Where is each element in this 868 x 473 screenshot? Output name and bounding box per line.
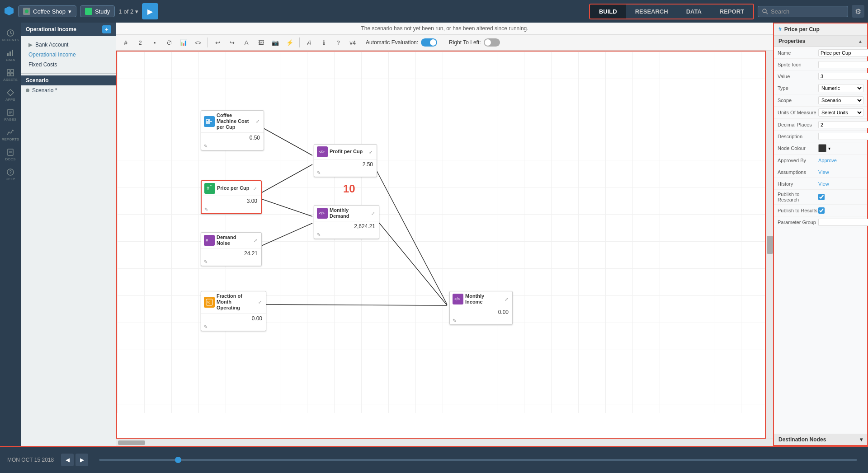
node-profit-expand[interactable]: ⤢ bbox=[368, 149, 374, 155]
toolbar-redo[interactable]: ↪ bbox=[226, 37, 238, 48]
canvas-container: Coffee Machine Cost per Cup ⤢ 0.50 ✎ bbox=[116, 51, 773, 446]
tree-item-fixed-costs-label: Fixed Costs bbox=[28, 61, 57, 68]
node-price-expand[interactable]: ⤢ bbox=[252, 185, 258, 192]
auto-eval-toggle[interactable] bbox=[421, 38, 437, 47]
prop-checkbox-publish-results[interactable] bbox=[818, 207, 825, 214]
timeline-slider[interactable] bbox=[99, 459, 857, 461]
toolbar-print[interactable]: 🖨 bbox=[303, 37, 315, 48]
page-dropdown-icon[interactable]: ▾ bbox=[135, 8, 138, 15]
toolbar-version[interactable]: v4 bbox=[347, 37, 359, 48]
prop-label-color: Node Colour bbox=[778, 145, 818, 151]
sidebar-item-reports[interactable]: REPORTS bbox=[1, 126, 19, 144]
sidebar-item-assets[interactable]: ASSETS bbox=[1, 66, 19, 84]
toolbar-undo[interactable]: ↩ bbox=[212, 37, 223, 48]
sidebar-item-pages[interactable]: PAGES bbox=[1, 106, 19, 124]
timeline-knob[interactable] bbox=[175, 457, 181, 463]
properties-chevron[interactable]: ▲ bbox=[858, 39, 863, 44]
project-name: Coffee Shop bbox=[33, 8, 66, 15]
tree-item-bank-account[interactable]: ▶ Bank Account bbox=[25, 40, 112, 50]
edit-icon-profit[interactable]: ✎ bbox=[317, 170, 322, 176]
prop-input-sprite[interactable] bbox=[818, 61, 868, 68]
toolbar-code[interactable]: <> bbox=[192, 37, 204, 48]
toolbar-camera[interactable]: 📷 bbox=[269, 37, 281, 48]
color-dropdown-icon[interactable]: ▾ bbox=[828, 146, 830, 151]
prop-input-name[interactable] bbox=[818, 49, 868, 56]
toolbar-info[interactable]: ℹ bbox=[318, 37, 330, 48]
play-button[interactable]: ▶ bbox=[142, 3, 158, 19]
canvas-wrapper[interactable]: Coffee Machine Cost per Cup ⤢ 0.50 ✎ bbox=[116, 51, 766, 439]
node-monthly-demand-expand[interactable]: ⤢ bbox=[370, 210, 376, 216]
toolbar-hash[interactable]: # bbox=[120, 37, 132, 48]
toolbar-rect[interactable]: ▪ bbox=[149, 37, 160, 48]
prop-input-decimal[interactable] bbox=[818, 121, 868, 128]
node-demand-expand[interactable]: ⤢ bbox=[252, 237, 259, 244]
canvas-vscroll[interactable] bbox=[766, 51, 773, 439]
node-monthly-demand[interactable]: </> Monthly Demand ⤢ 2,624.21 ✎ bbox=[314, 205, 379, 239]
color-swatch[interactable] bbox=[818, 144, 826, 152]
edit-icon-income[interactable]: ✎ bbox=[453, 318, 458, 323]
logo-icon[interactable] bbox=[4, 5, 14, 18]
toolbar-2[interactable]: 2 bbox=[134, 37, 146, 48]
toolbar-help[interactable]: ? bbox=[332, 37, 344, 48]
prop-select-units[interactable]: Select Units bbox=[818, 108, 863, 117]
toolbar-clock[interactable]: ⏱ bbox=[163, 37, 175, 48]
prop-link-history[interactable]: View bbox=[818, 181, 829, 187]
canvas-hscroll[interactable] bbox=[116, 439, 773, 446]
node-monthly-income[interactable]: </> Monthly Income ⤢ 0.00 ✎ bbox=[449, 291, 513, 325]
toolbar-text[interactable]: A bbox=[241, 37, 252, 48]
search-input[interactable] bbox=[771, 8, 834, 15]
sidebar-item-data[interactable]: DATA bbox=[1, 46, 19, 64]
nav-next-button[interactable]: ▶ bbox=[75, 454, 88, 466]
prop-select-type[interactable]: Numeric bbox=[818, 84, 863, 92]
scenario-item[interactable]: Scenario * bbox=[21, 85, 116, 95]
node-demand-noise-edit: ✎ bbox=[201, 258, 261, 266]
edit-icon-demand[interactable]: ✎ bbox=[204, 259, 209, 265]
toolbar-image[interactable]: 🖼 bbox=[255, 37, 267, 48]
sidebar-item-docs[interactable]: DOCS bbox=[1, 145, 19, 164]
settings-icon[interactable]: ⚙ bbox=[852, 5, 864, 18]
right-to-left-label: Right To Left: bbox=[449, 39, 481, 46]
prop-select-scope[interactable]: Scenario bbox=[818, 96, 863, 104]
edit-icon-monthly-demand[interactable]: ✎ bbox=[317, 232, 322, 238]
edit-icon-fraction[interactable]: ✎ bbox=[204, 324, 209, 330]
tab-build[interactable]: BUILD bbox=[590, 5, 626, 19]
node-coffee-machine-cost[interactable]: Coffee Machine Cost per Cup ⤢ 0.50 ✎ bbox=[201, 110, 264, 150]
canvas[interactable]: Coffee Machine Cost per Cup ⤢ 0.50 ✎ bbox=[117, 52, 766, 413]
prop-checkbox-publish-research[interactable] bbox=[818, 194, 825, 200]
toolbar-lightning[interactable]: ⚡ bbox=[284, 37, 296, 48]
nav-prev-button[interactable]: ◀ bbox=[61, 454, 74, 466]
right-to-left-toggle[interactable] bbox=[484, 38, 500, 47]
edit-icon-price[interactable]: ✎ bbox=[204, 207, 210, 212]
svg-text:%: % bbox=[207, 300, 210, 304]
prop-input-param-group[interactable] bbox=[818, 219, 868, 226]
sidebar-item-recents[interactable]: RECENTS bbox=[1, 26, 19, 44]
tree-item-operational-income[interactable]: Operational Income bbox=[25, 50, 112, 60]
prop-row-decimal: Decimal Places bbox=[774, 119, 867, 131]
node-coffee-machine-expand[interactable]: ⤢ bbox=[255, 118, 261, 125]
prop-input-description[interactable] bbox=[818, 133, 868, 140]
sidebar-item-help[interactable]: ? HELP bbox=[1, 165, 19, 183]
prop-link-assumptions[interactable]: View bbox=[818, 169, 829, 175]
hscroll-thumb[interactable] bbox=[118, 440, 145, 445]
properties-header[interactable]: Properties ▲ bbox=[774, 36, 867, 47]
prop-input-value[interactable] bbox=[818, 73, 868, 80]
node-profit-per-cup[interactable]: </> Profit per Cup ⤢ 2.50 ✎ bbox=[314, 144, 377, 177]
node-demand-noise[interactable]: # Demand Noise ⤢ 24.21 ✎ bbox=[201, 232, 262, 266]
node-price-per-cup[interactable]: # Price per Cup ⤢ 3.00 ✎ bbox=[201, 180, 262, 214]
tab-data[interactable]: DATA bbox=[677, 5, 711, 19]
project-button[interactable]: Coffee Shop ▾ bbox=[18, 5, 76, 17]
node-fraction-expand[interactable]: ⤢ bbox=[257, 299, 263, 305]
tab-research[interactable]: RESEARCH bbox=[626, 5, 677, 19]
vscroll-thumb[interactable] bbox=[767, 236, 773, 254]
sidebar-item-apps[interactable]: APPS bbox=[1, 86, 19, 104]
node-fraction-month[interactable]: % Fraction of Month Operating ⤢ 0.00 ✎ bbox=[201, 291, 266, 331]
panel-add-button[interactable]: + bbox=[102, 25, 111, 33]
edit-icon[interactable]: ✎ bbox=[204, 144, 209, 149]
destination-nodes[interactable]: Destination Nodes ▾ bbox=[774, 434, 867, 445]
prop-link-approve[interactable]: Approve bbox=[818, 158, 837, 163]
tab-report[interactable]: REPORT bbox=[711, 5, 753, 19]
study-button[interactable]: Study bbox=[80, 5, 115, 17]
toolbar-chart[interactable]: 📊 bbox=[178, 37, 189, 48]
node-monthly-income-expand[interactable]: ⤢ bbox=[503, 296, 509, 302]
tree-item-fixed-costs[interactable]: Fixed Costs bbox=[25, 60, 112, 70]
